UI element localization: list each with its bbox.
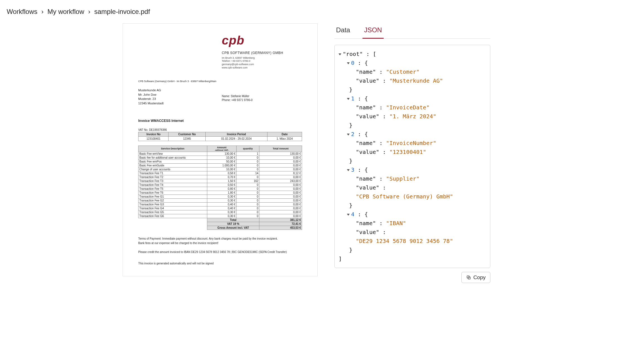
json-property: "value" : "123100401" (339, 147, 486, 156)
json-node[interactable]: 0 : { (339, 58, 486, 67)
cell-amount: 0,30 € (207, 195, 237, 198)
json-property: "name" : "IBAN" (339, 219, 486, 228)
copy-label: Copy (473, 274, 486, 281)
json-root[interactable]: "root" : [ (339, 50, 486, 58)
table-row: Transaction Fee G30,40 €00,00 € (138, 202, 302, 206)
return-address: CPB Software (Germany) GmbH · Im Bruch 3… (138, 80, 302, 83)
breadcrumb-workflow[interactable]: My workflow (47, 8, 84, 16)
json-node[interactable]: 2 : { (339, 130, 486, 139)
cell-amount: 0,30 € (207, 198, 237, 202)
val-invoice-period: 01.02.2024 - 29.02.2024 (205, 136, 267, 141)
cell-qty: 0 (237, 202, 259, 206)
cell-desc: Transaction Fee G3 (138, 202, 207, 206)
tab-data[interactable]: Data (334, 23, 352, 38)
cell-amount: 0,58 € (207, 171, 237, 175)
cell-total: 0,00 € (259, 202, 302, 206)
cell-total: 0,00 € (259, 187, 302, 191)
breadcrumb: Workflows › My workflow › sample-invoice… (0, 0, 623, 23)
breadcrumb-file[interactable]: sample-invoice.pdf (94, 8, 150, 16)
cell-desc: Basic Fee wmGuide (138, 163, 207, 167)
json-property: "value" : (339, 183, 486, 192)
val-customer-no: 12345 (169, 136, 205, 141)
caret-down-icon[interactable] (339, 53, 341, 55)
cell-total: 0,00 € (259, 183, 302, 187)
cell-qty: 0 (237, 214, 259, 218)
json-property: "name" : "Customer" (339, 67, 486, 76)
cell-total: 0,00 € (259, 206, 302, 210)
chevron-right-icon: › (41, 8, 43, 16)
auto-generated-note: This invoice is generated automatically … (138, 262, 302, 265)
json-viewer[interactable]: "root" : [ 0 : {"name" : "Customer""valu… (334, 45, 490, 268)
table-row: Basic fee for additional user accounts10… (138, 156, 302, 159)
table-row: Basic Fee wmGuide1.000,00 €00,00 € (138, 163, 302, 167)
cell-total: 0,00 € (259, 159, 302, 163)
json-node[interactable]: 3 : { (339, 165, 486, 174)
json-property: "value" : "1. März 2024" (339, 112, 486, 121)
copy-button[interactable]: Copy (461, 272, 490, 283)
cell-total: 0,00 € (259, 191, 302, 195)
cell-qty: 1 (237, 152, 259, 156)
table-row: Basic Fee wmPos50,00 €00,00 € (138, 159, 302, 163)
cell-qty: 0 (237, 191, 259, 195)
json-node[interactable]: 1 : { (339, 94, 486, 103)
cell-total: 0,00 € (259, 195, 302, 198)
caret-down-icon[interactable] (347, 214, 350, 216)
json-close: } (339, 156, 486, 165)
cell-total: 0,00 € (259, 198, 302, 202)
table-row: Transaction Fee G10,30 €00,00 € (138, 195, 302, 198)
json-property: "name" : "Supplier" (339, 174, 486, 183)
col-service-desc: Service Description (138, 146, 207, 152)
total-value: 381,12 € (259, 218, 302, 222)
table-row: Transaction Fee T61,80 €00,00 € (138, 191, 302, 195)
terms-of-payment: Terms of Payment: Immediate payment with… (138, 237, 302, 245)
json-property: "value" : "Musterkunde AG" (339, 76, 486, 85)
caret-down-icon[interactable] (347, 98, 350, 100)
json-property: "name" : "InvoiceNumber" (339, 139, 486, 147)
cell-amount: 0,40 € (207, 206, 237, 210)
contact-info: Name: Stefanie Müller Phone: +49 9371 97… (222, 94, 302, 102)
cell-amount: 1,80 € (207, 191, 237, 195)
table-row: Transaction Fee T50,80 €00,00 € (138, 187, 302, 191)
cell-amount: 10,00 € (207, 167, 237, 171)
invoice-info-table: Invoice No Customer No Invoice Period Da… (138, 132, 302, 141)
cell-desc: Basic Fee wmView (138, 152, 207, 156)
cell-desc: Transaction Fee G4 (138, 206, 207, 210)
cell-desc: Transaction Fee T1 (138, 171, 207, 175)
cell-amount: 0,30 € (207, 214, 237, 218)
json-close: } (339, 201, 486, 210)
company-address: Im Bruch 3, 63897 Miltenberg Telefon: +4… (222, 56, 302, 70)
cell-desc: Transaction Fee T4 (138, 183, 207, 187)
vat-number: VAT No. DE199378386 (138, 128, 302, 131)
table-row: Transaction Fee G20,30 €00,00 € (138, 198, 302, 202)
val-date: 1. März 2024 (267, 136, 302, 141)
caret-down-icon[interactable] (347, 169, 350, 171)
json-node[interactable]: 4 : { (339, 210, 486, 219)
cell-amount: 130,00 € (207, 152, 237, 156)
tab-json[interactable]: JSON (362, 23, 384, 39)
table-row: Transaction Fee G50,30 €00,00 € (138, 210, 302, 214)
cell-qty: 14 (237, 171, 259, 175)
cell-qty: 0 (237, 175, 259, 179)
table-row: Transaction Fee T40,50 €00,00 € (138, 183, 302, 187)
json-property: "name" : "InvoiceDate" (339, 103, 486, 112)
cell-desc: Transaction Fee G2 (138, 198, 207, 202)
copy-icon (466, 275, 471, 280)
cell-total: 0,00 € (259, 167, 302, 171)
cell-qty: 0 (237, 159, 259, 163)
caret-down-icon[interactable] (347, 62, 350, 64)
cell-desc: Change of user accounts (138, 167, 207, 171)
cell-amount: 0,40 € (207, 202, 237, 206)
cell-total: 0,00 € (259, 210, 302, 214)
caret-down-icon[interactable] (347, 134, 350, 136)
cell-qty: 162 (237, 179, 259, 183)
table-row: Transaction Fee T20,70 €00,00 € (138, 175, 302, 179)
cell-qty: 0 (237, 198, 259, 202)
cell-desc: Transaction Fee T6 (138, 191, 207, 195)
cell-total: 0,00 € (259, 214, 302, 218)
cell-total: 0,00 € (259, 156, 302, 159)
val-invoice-no: 123100401 (138, 136, 169, 141)
breadcrumb-workflows[interactable]: Workflows (7, 8, 37, 16)
table-row: Transaction Fee G40,40 €00,00 € (138, 206, 302, 210)
cell-desc: Transaction Fee G5 (138, 210, 207, 214)
cell-qty: 0 (237, 163, 259, 167)
